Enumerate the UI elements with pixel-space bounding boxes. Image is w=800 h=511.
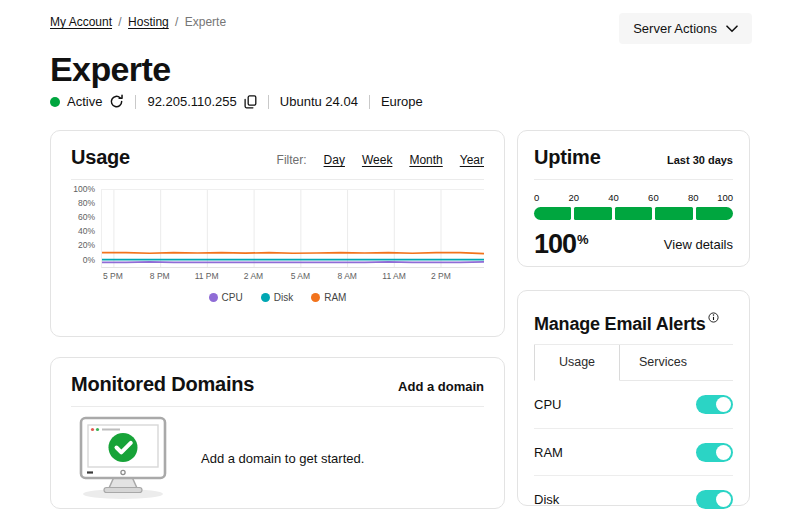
uptime-value: 100%: [534, 231, 589, 258]
divider: [534, 179, 733, 180]
divider: [135, 95, 136, 109]
filter-month[interactable]: Month: [409, 153, 442, 167]
info-icon[interactable]: [708, 307, 719, 327]
status-dot-icon: [50, 97, 60, 107]
divider: [369, 95, 370, 109]
tab-usage[interactable]: Usage: [534, 345, 620, 381]
series-line-ram: [102, 253, 484, 254]
refresh-icon[interactable]: [109, 94, 124, 109]
usage-filter-row: Filter: DayWeekMonthYear: [277, 153, 484, 167]
tab-services[interactable]: Services: [620, 345, 706, 380]
toggle-knob: [716, 397, 731, 412]
breadcrumb: My Account / Hosting / Experte: [50, 13, 226, 29]
toggle-ram[interactable]: [696, 443, 733, 462]
monitor-illustration: [75, 416, 171, 500]
server-actions-button[interactable]: Server Actions: [619, 13, 752, 44]
y-tick: 0%: [83, 256, 95, 265]
email-alerts-card: Manage Email Alerts UsageServices CPURAM…: [517, 290, 750, 506]
topbar: My Account / Hosting / Experte Server Ac…: [50, 13, 752, 44]
divider: [268, 95, 269, 109]
server-actions-label: Server Actions: [633, 21, 717, 36]
filter-week[interactable]: Week: [362, 153, 392, 167]
divider: [71, 406, 484, 407]
toggle-knob: [716, 492, 731, 507]
y-tick: 60%: [78, 213, 95, 222]
chart-legend: CPUDiskRAM: [71, 292, 484, 303]
uptime-card: Uptime Last 30 days 020406080100 100% Vi…: [517, 130, 750, 267]
usage-card: Usage Filter: DayWeekMonthYear 100%80%60…: [50, 130, 505, 337]
alerts-toggle-list: CPURAMDisk: [534, 381, 733, 511]
uptime-title: Uptime: [534, 146, 601, 169]
x-axis-labels: 5 PM8 PM11 PM2 AM5 AM8 AM11 AM2 PM: [101, 271, 484, 283]
uptime-scale: 020406080100: [534, 192, 733, 203]
uptime-bar-segment: [655, 207, 692, 220]
x-tick: 11 AM: [382, 271, 405, 281]
page: My Account / Hosting / Experte Server Ac…: [0, 0, 800, 511]
legend-dot: [261, 293, 270, 302]
uptime-scale-tick: 0: [534, 192, 539, 203]
x-tick: 5 AM: [291, 271, 310, 281]
toggle-cpu[interactable]: [696, 395, 733, 414]
uptime-scale-tick: 100: [717, 192, 733, 203]
y-tick: 80%: [78, 199, 95, 208]
breadcrumb-separator: /: [115, 15, 125, 29]
y-axis-labels: 100%80%60%40%20%0%: [71, 185, 101, 264]
alerts-title: Manage Email Alerts: [534, 307, 733, 335]
legend-label: CPU: [222, 292, 243, 303]
uptime-scale-tick: 40: [608, 192, 619, 203]
filter-label: Filter:: [277, 153, 307, 167]
alert-row-disk: Disk: [534, 475, 733, 511]
uptime-scale-tick: 60: [648, 192, 659, 203]
view-details-link[interactable]: View details: [664, 237, 733, 252]
domains-empty-text: Add a domain to get started.: [201, 451, 364, 466]
main: Usage Filter: DayWeekMonthYear 100%80%60…: [50, 130, 752, 511]
x-tick: 2 PM: [431, 271, 451, 281]
server-os: Ubuntu 24.04: [280, 94, 358, 109]
toggle-label: RAM: [534, 445, 563, 460]
legend-dot: [209, 293, 218, 302]
toggle-label: Disk: [534, 492, 559, 507]
x-tick: 11 PM: [195, 271, 219, 281]
breadcrumb-item-experte: Experte: [185, 15, 226, 29]
status-row: Active 92.205.110.255 Ubuntu 24.04 Europ…: [50, 94, 752, 109]
legend-label: RAM: [324, 292, 346, 303]
copy-icon[interactable]: [244, 95, 257, 109]
uptime-bar: [534, 207, 733, 220]
x-tick: 8 PM: [150, 271, 170, 281]
breadcrumb-separator: /: [172, 15, 182, 29]
add-domain-link[interactable]: Add a domain: [398, 379, 484, 394]
plot-area: [101, 189, 484, 268]
status-label: Active: [67, 94, 102, 109]
legend-item-disk: Disk: [261, 292, 293, 303]
uptime-bar-segment: [696, 207, 733, 220]
usage-chart: 100%80%60%40%20%0%: [71, 189, 484, 268]
x-tick: 2 AM: [244, 271, 263, 281]
usage-chart-svg: [102, 190, 484, 267]
toggle-label: CPU: [534, 397, 561, 412]
alert-row-cpu: CPU: [534, 381, 733, 428]
monitored-domains-card: Monitored Domains Add a domain: [50, 357, 505, 509]
toggle-disk[interactable]: [696, 490, 733, 509]
legend-dot: [311, 293, 320, 302]
legend-item-cpu: CPU: [209, 292, 243, 303]
server-ip: 92.205.110.255: [147, 94, 236, 109]
alert-row-ram: RAM: [534, 428, 733, 475]
domains-title: Monitored Domains: [71, 373, 254, 396]
uptime-scale-tick: 80: [688, 192, 699, 203]
breadcrumb-item-hosting[interactable]: Hosting: [128, 15, 169, 29]
uptime-bar-segment: [534, 207, 571, 220]
filter-year[interactable]: Year: [460, 153, 484, 167]
x-tick: 5 PM: [103, 271, 123, 281]
uptime-scale-tick: 20: [569, 192, 580, 203]
divider: [71, 179, 484, 180]
breadcrumb-item-my-account[interactable]: My Account: [50, 15, 112, 29]
filter-day[interactable]: Day: [324, 153, 345, 167]
uptime-period: Last 30 days: [667, 154, 733, 166]
toggle-knob: [716, 445, 731, 460]
server-region: Europe: [381, 94, 423, 109]
uptime-bar-segment: [574, 207, 611, 220]
legend-item-ram: RAM: [311, 292, 346, 303]
y-tick: 40%: [78, 227, 95, 236]
page-title: Experte: [50, 50, 752, 89]
y-tick: 100%: [73, 185, 95, 194]
